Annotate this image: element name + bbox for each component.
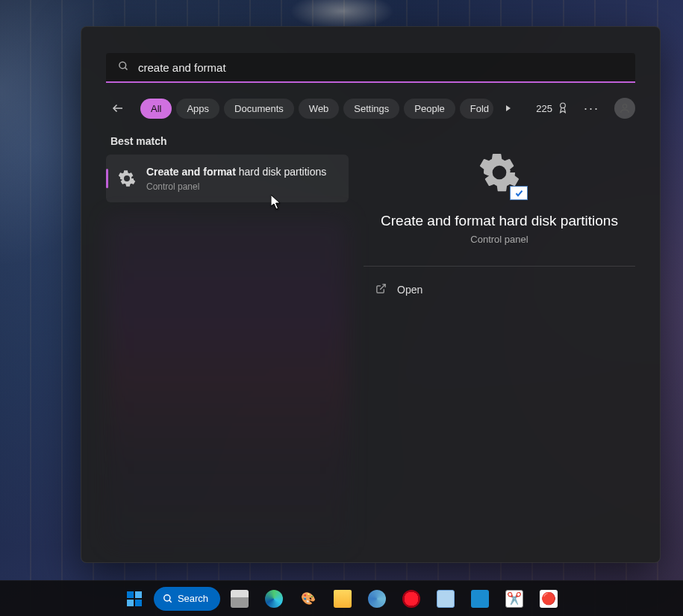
wallpaper-top-art (290, 0, 394, 30)
edge-icon (265, 590, 283, 608)
filter-all[interactable]: All (140, 99, 172, 119)
other-results-blurred (106, 216, 349, 547)
monitor-icon (437, 590, 455, 608)
start-button[interactable] (119, 584, 149, 614)
taskbar-search-button[interactable]: Search (154, 587, 220, 611)
search-input[interactable] (138, 61, 623, 74)
action-open-label: Open (397, 284, 422, 296)
best-match-label: Best match (106, 135, 349, 147)
task-view-button[interactable] (225, 584, 255, 614)
svg-line-1 (125, 67, 127, 69)
rewards-count: 225 (536, 103, 552, 114)
control-panel-gear-icon (116, 168, 137, 189)
taskbar-app-edge[interactable] (259, 584, 289, 614)
filter-row: All Apps Documents Web Settings People F… (81, 83, 660, 129)
taskbar-app-copilot[interactable] (362, 584, 392, 614)
header-right: 225 ··· (536, 98, 635, 119)
rewards-points[interactable]: 225 (536, 102, 569, 116)
result-create-format-partitions[interactable]: Create and format hard disk partitions C… (106, 155, 349, 202)
filter-web[interactable]: Web (299, 99, 340, 119)
divider (364, 266, 635, 267)
svg-point-7 (164, 594, 170, 600)
result-title: Create and format hard disk partitions (146, 165, 338, 179)
taskbar-app-explorer[interactable] (328, 584, 358, 614)
detail-subtitle: Control panel (470, 234, 528, 245)
filter-people[interactable]: People (404, 99, 455, 119)
taskbar-app-snip[interactable]: ✂️ (499, 584, 529, 614)
taskbar-app-opera[interactable] (396, 584, 426, 614)
taskbar: Search 🎨 ✂️ 🔴 (0, 580, 683, 616)
start-search-panel: All Apps Documents Web Settings People F… (81, 26, 661, 563)
results-column: Best match Create and format hard disk p… (106, 135, 349, 547)
more-options-button[interactable]: ··· (581, 98, 602, 119)
filter-scroll-right[interactable] (498, 98, 519, 119)
svg-line-8 (169, 600, 172, 602)
taskbar-app-monitor[interactable] (431, 584, 461, 614)
detail-column: Create and format hard disk partitions C… (364, 135, 635, 547)
result-subtitle: Control panel (146, 181, 338, 192)
detail-panel: Create and format hard disk partitions C… (364, 141, 635, 304)
taskbar-search-label: Search (178, 593, 208, 604)
detail-app-icon (475, 150, 523, 198)
filter-pills: All Apps Documents Web Settings People F… (140, 98, 521, 119)
svg-line-6 (380, 284, 385, 290)
filter-settings[interactable]: Settings (343, 99, 399, 119)
taskbar-app-paint[interactable]: 🎨 (293, 584, 323, 614)
taskbar-app-misc[interactable]: 🔴 (534, 584, 564, 614)
user-avatar[interactable] (614, 98, 635, 119)
task-view-icon (231, 590, 249, 608)
result-text: Create and format hard disk partitions C… (146, 165, 338, 192)
windows-logo-icon (127, 591, 142, 606)
search-icon (163, 594, 173, 604)
svg-point-0 (119, 61, 126, 68)
check-badge-icon (510, 186, 528, 200)
opera-icon (402, 590, 420, 608)
rewards-icon (557, 102, 569, 116)
svg-point-5 (623, 105, 626, 108)
content-area: Best match Create and format hard disk p… (81, 129, 660, 562)
detail-title: Create and format hard disk partitions (381, 213, 618, 229)
taskbar-app-terminal[interactable] (465, 584, 495, 614)
action-open[interactable]: Open (364, 276, 635, 304)
back-button[interactable] (106, 96, 130, 120)
snip-icon: ✂️ (505, 590, 523, 608)
open-external-icon (375, 283, 387, 296)
copilot-icon (368, 590, 386, 608)
search-bar[interactable] (106, 53, 635, 83)
filter-apps[interactable]: Apps (176, 99, 219, 119)
paint-icon: 🎨 (299, 590, 317, 608)
folder-icon (334, 590, 352, 608)
svg-marker-3 (506, 105, 511, 111)
filter-documents[interactable]: Documents (224, 99, 294, 119)
filter-folders[interactable]: Fold (460, 99, 493, 119)
search-icon (118, 60, 129, 75)
terminal-icon (471, 590, 489, 608)
svg-point-4 (561, 103, 566, 108)
misc-app-icon: 🔴 (540, 590, 558, 608)
